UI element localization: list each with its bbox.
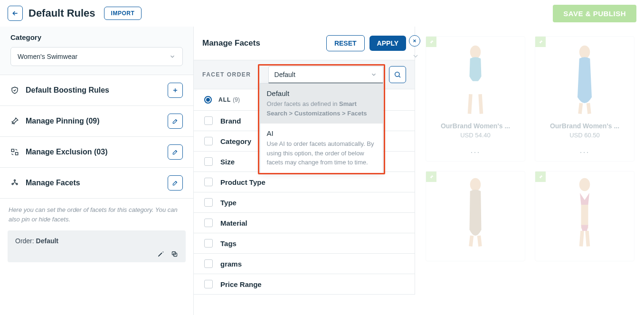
option-desc-before: Use AI to order facets automatically. By… — [267, 140, 374, 166]
order-prefix: Order: — [15, 237, 34, 245]
facet-order-selected: Default — [275, 71, 295, 78]
svg-point-3 — [12, 183, 13, 185]
checkbox[interactable] — [204, 137, 213, 145]
edit-button[interactable] — [168, 144, 183, 160]
exclude-icon — [10, 148, 21, 156]
facet-name: Material — [220, 219, 247, 227]
expand-panel-button[interactable] — [412, 52, 419, 60]
close-icon — [412, 38, 417, 43]
radio-selected-icon — [204, 96, 212, 104]
sidebar-item-label: Default Boosting Rules — [26, 86, 109, 95]
checkbox[interactable] — [204, 239, 213, 248]
shield-icon — [10, 86, 21, 95]
facet-name: Category — [220, 137, 251, 145]
sidebar-item-facets[interactable]: Manage Facets — [0, 168, 193, 199]
copy-order-button[interactable] — [171, 250, 178, 258]
all-count: (9) — [233, 96, 240, 103]
facet-order-option-ai[interactable]: AI Use AI to order facets automatically.… — [260, 124, 383, 173]
import-button[interactable]: IMPORT — [104, 7, 142, 20]
products-panel: OurBrand Women's ... USD 54.40 ··· OurBr… — [422, 27, 644, 315]
svg-rect-1 — [16, 153, 18, 155]
edit-button[interactable] — [168, 114, 183, 129]
manage-facets-title: Manage Facets — [202, 38, 260, 48]
copy-icon — [171, 250, 178, 258]
pin-icon — [10, 117, 21, 125]
chevron-down-icon — [412, 52, 419, 60]
facets-icon — [10, 179, 21, 187]
sidebar-item-label: Manage Pinning (09) — [26, 117, 100, 125]
facet-order-menu: Default Order facets as defined in Smart… — [260, 83, 383, 173]
facet-order-row: FACET ORDER Default Default Order — [194, 60, 415, 89]
plus-icon — [172, 87, 179, 94]
facet-row[interactable]: grams — [194, 254, 415, 274]
edit-icon — [172, 118, 179, 124]
option-desc: Order facets as defined in Smart Search … — [267, 99, 376, 118]
facet-row[interactable]: Product Type — [194, 172, 415, 192]
checkbox[interactable] — [204, 219, 213, 227]
edit-order-button[interactable] — [157, 250, 164, 258]
category-label: Category — [10, 33, 183, 41]
svg-point-4 — [16, 183, 18, 185]
page-title: Default Rules — [28, 7, 95, 19]
close-panel-button[interactable] — [409, 35, 420, 47]
facet-name: Size — [220, 158, 235, 166]
apply-button[interactable]: APPLY — [369, 36, 406, 51]
facet-row[interactable]: Price Range — [194, 274, 415, 295]
save-publish-button[interactable]: SAVE & PUBLISH — [553, 5, 636, 22]
facet-name: Type — [220, 199, 237, 207]
svg-point-2 — [14, 180, 16, 181]
checkbox[interactable] — [204, 116, 213, 125]
sidebar-item-exclusion[interactable]: Manage Exclusion (03) — [0, 137, 193, 168]
reset-button[interactable]: RESET — [326, 35, 365, 51]
pencil-icon — [157, 250, 164, 258]
topbar: Default Rules IMPORT SAVE & PUBLISH — [0, 0, 644, 27]
option-desc-before: Order facets as defined in — [267, 100, 339, 107]
option-title: AI — [267, 129, 376, 137]
sidebar-item-pinning[interactable]: Manage Pinning (09) — [0, 106, 193, 137]
sidebar: Category Women's Swimwear Default Boosti… — [0, 27, 194, 315]
svg-point-7 — [395, 72, 399, 76]
chevron-down-icon — [169, 53, 176, 60]
facet-note: Here you can set the order of facets for… — [0, 199, 193, 230]
add-button[interactable] — [168, 83, 183, 98]
sidebar-item-label: Manage Exclusion (03) — [26, 148, 108, 156]
checkbox[interactable] — [204, 259, 213, 268]
facet-name: Brand — [220, 117, 241, 125]
facet-row[interactable]: Material — [194, 213, 415, 233]
facet-row[interactable]: Tags — [194, 233, 415, 254]
facet-order-option-default[interactable]: Default Order facets as defined in Smart… — [260, 84, 383, 124]
edit-button[interactable] — [168, 175, 183, 191]
category-dropdown[interactable]: Women's Swimwear — [10, 47, 183, 66]
edit-icon — [172, 149, 179, 155]
search-icon — [394, 71, 401, 78]
svg-rect-0 — [11, 149, 14, 152]
all-label: ALL — [218, 96, 231, 103]
sidebar-item-label: Manage Facets — [26, 179, 80, 187]
facet-order-label: FACET ORDER — [202, 71, 251, 78]
facet-name: Product Type — [220, 178, 265, 186]
back-button[interactable] — [8, 6, 23, 21]
checkbox[interactable] — [204, 157, 213, 166]
option-desc: Use AI to order facets automatically. By… — [267, 139, 376, 167]
checkbox[interactable] — [204, 280, 213, 288]
overlay-fade — [422, 27, 644, 315]
category-section: Category Women's Swimwear — [0, 27, 193, 75]
arrow-left-icon — [11, 10, 19, 17]
sidebar-item-boosting[interactable]: Default Boosting Rules — [0, 75, 193, 106]
checkbox[interactable] — [204, 198, 213, 207]
facet-name: Price Range — [220, 280, 262, 288]
chevron-down-icon — [370, 71, 377, 78]
facet-order-select[interactable]: Default — [268, 66, 383, 83]
edit-icon — [172, 180, 179, 186]
manage-facets-panel: Manage Facets RESET APPLY FACET ORDER De… — [194, 27, 415, 295]
facet-row[interactable]: Type — [194, 192, 415, 213]
facet-name: grams — [220, 260, 242, 268]
facet-order-summary: Order: Default — [8, 230, 186, 262]
category-value: Women's Swimwear — [18, 53, 77, 60]
order-value: Default — [36, 237, 58, 245]
manage-facets-header: Manage Facets RESET APPLY — [194, 27, 415, 60]
option-title: Default — [267, 89, 376, 97]
checkbox[interactable] — [204, 178, 213, 186]
facet-search-button[interactable] — [389, 66, 406, 83]
facet-name: Tags — [220, 239, 237, 248]
